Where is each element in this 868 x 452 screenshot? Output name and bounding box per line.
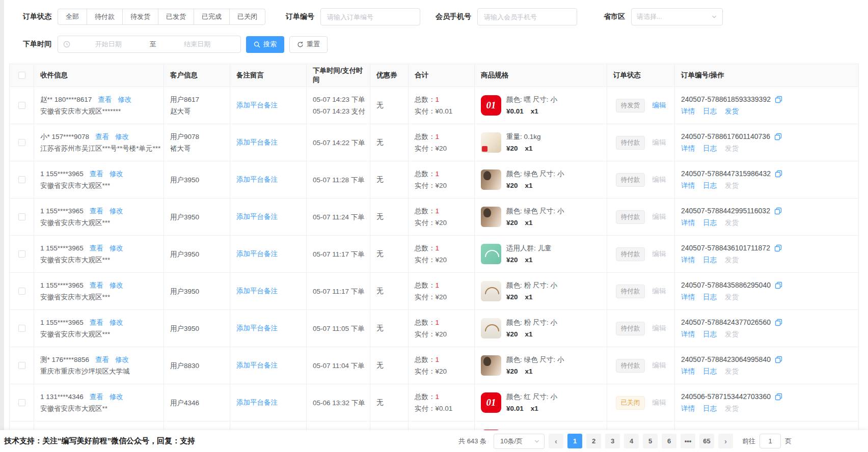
last-page-button[interactable]: 65 [699, 434, 714, 448]
copy-order-no-button[interactable] [775, 96, 782, 103]
region-select[interactable]: 请选择... [631, 8, 723, 25]
edit-order-link[interactable]: 编辑 [652, 138, 666, 147]
date-range-picker[interactable]: 开始日期 至 结束日期 [58, 36, 241, 53]
add-platform-note-link[interactable]: 添加平台备注 [236, 287, 278, 295]
copy-order-no-button[interactable] [775, 170, 782, 178]
modify-address-link[interactable]: 修改 [110, 393, 123, 401]
ship-link[interactable]: 发货 [725, 180, 739, 191]
add-platform-note-link[interactable]: 添加平台备注 [236, 399, 278, 406]
row-checkbox[interactable] [18, 325, 25, 332]
edit-order-link[interactable]: 编辑 [652, 398, 666, 407]
ship-link[interactable]: 发货 [725, 143, 739, 154]
order-log-link[interactable]: 日志 [703, 328, 717, 340]
add-platform-note-link[interactable]: 添加平台备注 [236, 250, 278, 258]
edit-order-link[interactable]: 编辑 [652, 361, 666, 370]
copy-order-no-button[interactable] [774, 207, 782, 215]
copy-order-no-button[interactable] [775, 319, 782, 326]
copy-order-no-button[interactable] [774, 133, 782, 140]
prev-page-button[interactable]: ‹ [549, 434, 563, 448]
modify-address-link[interactable]: 修改 [110, 244, 123, 252]
view-address-link[interactable]: 查看 [90, 207, 103, 215]
add-platform-note-link[interactable]: 添加平台备注 [236, 101, 278, 109]
order-log-link[interactable]: 日志 [703, 291, 717, 303]
reset-button[interactable]: 重置 [289, 36, 328, 53]
view-address-link[interactable]: 查看 [90, 170, 103, 178]
status-tab-4[interactable]: 已完成 [194, 9, 230, 25]
row-checkbox[interactable] [18, 102, 25, 109]
ship-link[interactable]: 发货 [725, 365, 739, 377]
row-checkbox[interactable] [18, 139, 25, 146]
copy-order-no-button[interactable] [774, 244, 782, 252]
view-address-link[interactable]: 查看 [98, 96, 112, 103]
ship-link[interactable]: 发货 [725, 291, 739, 303]
search-button[interactable]: 搜索 [246, 36, 284, 53]
row-checkbox[interactable] [18, 399, 25, 406]
modify-address-link[interactable]: 修改 [110, 170, 123, 178]
edit-order-link[interactable]: 编辑 [652, 175, 666, 184]
ship-link[interactable]: 发货 [725, 105, 739, 117]
order-detail-link[interactable]: 详情 [681, 403, 695, 414]
modify-address-link[interactable]: 修改 [115, 356, 129, 363]
order-detail-link[interactable]: 详情 [681, 217, 695, 229]
ship-link[interactable]: 发货 [725, 403, 739, 414]
edit-order-link[interactable]: 编辑 [652, 324, 666, 333]
order-detail-link[interactable]: 详情 [681, 365, 695, 377]
row-checkbox[interactable] [18, 250, 25, 258]
ship-link[interactable]: 发货 [725, 328, 739, 340]
modify-address-link[interactable]: 修改 [118, 96, 131, 103]
page-button-5[interactable]: 5 [643, 434, 658, 448]
row-checkbox[interactable] [18, 176, 25, 183]
copy-order-no-button[interactable] [775, 356, 782, 363]
page-button-6[interactable]: 6 [662, 434, 676, 448]
order-detail-link[interactable]: 详情 [681, 105, 695, 117]
page-size-select[interactable]: 10条/页 [494, 434, 545, 449]
copy-order-no-button[interactable] [775, 393, 782, 401]
page-button-4[interactable]: 4 [624, 434, 639, 448]
add-platform-note-link[interactable]: 添加平台备注 [236, 324, 278, 332]
view-address-link[interactable]: 查看 [90, 244, 103, 252]
edit-order-link[interactable]: 编辑 [652, 249, 666, 259]
member-phone-input[interactable] [477, 8, 577, 25]
order-log-link[interactable]: 日志 [703, 105, 717, 117]
more-pages-button[interactable]: ••• [681, 434, 695, 448]
page-button-2[interactable]: 2 [586, 434, 601, 448]
order-detail-link[interactable]: 详情 [681, 328, 695, 340]
row-checkbox[interactable] [18, 288, 25, 295]
page-button-3[interactable]: 3 [605, 434, 620, 448]
order-log-link[interactable]: 日志 [703, 254, 717, 266]
add-platform-note-link[interactable]: 添加平台备注 [236, 213, 278, 220]
view-address-link[interactable]: 查看 [90, 319, 103, 326]
view-address-link[interactable]: 查看 [90, 393, 103, 401]
status-tab-3[interactable]: 已发货 [158, 9, 194, 25]
modify-address-link[interactable]: 修改 [110, 281, 123, 289]
order-detail-link[interactable]: 详情 [681, 143, 695, 154]
modify-address-link[interactable]: 修改 [110, 207, 123, 215]
page-button-1[interactable]: 1 [567, 434, 582, 448]
edit-order-link[interactable]: 编辑 [652, 287, 666, 296]
order-no-input[interactable] [320, 8, 420, 25]
order-log-link[interactable]: 日志 [703, 403, 717, 414]
order-log-link[interactable]: 日志 [703, 180, 717, 191]
order-log-link[interactable]: 日志 [703, 217, 717, 229]
order-detail-link[interactable]: 详情 [681, 180, 695, 191]
row-checkbox[interactable] [18, 213, 25, 220]
status-tab-5[interactable]: 已关闭 [229, 9, 265, 25]
order-detail-link[interactable]: 详情 [681, 291, 695, 303]
add-platform-note-link[interactable]: 添加平台备注 [236, 176, 278, 183]
edit-order-link[interactable]: 编辑 [652, 212, 666, 221]
goto-page-input[interactable] [760, 434, 781, 448]
ship-link[interactable]: 发货 [725, 254, 739, 266]
view-address-link[interactable]: 查看 [95, 356, 109, 363]
copy-order-no-button[interactable] [775, 281, 782, 289]
status-tab-1[interactable]: 待付款 [87, 9, 123, 25]
order-log-link[interactable]: 日志 [703, 143, 717, 154]
row-checkbox[interactable] [18, 362, 25, 369]
ship-link[interactable]: 发货 [725, 217, 739, 229]
add-platform-note-link[interactable]: 添加平台备注 [236, 138, 278, 146]
next-page-button[interactable]: › [718, 434, 733, 448]
order-log-link[interactable]: 日志 [703, 365, 717, 377]
view-address-link[interactable]: 查看 [90, 281, 103, 289]
edit-order-link[interactable]: 编辑 [652, 101, 666, 110]
status-tab-0[interactable]: 全部 [58, 9, 87, 25]
modify-address-link[interactable]: 修改 [115, 133, 129, 140]
